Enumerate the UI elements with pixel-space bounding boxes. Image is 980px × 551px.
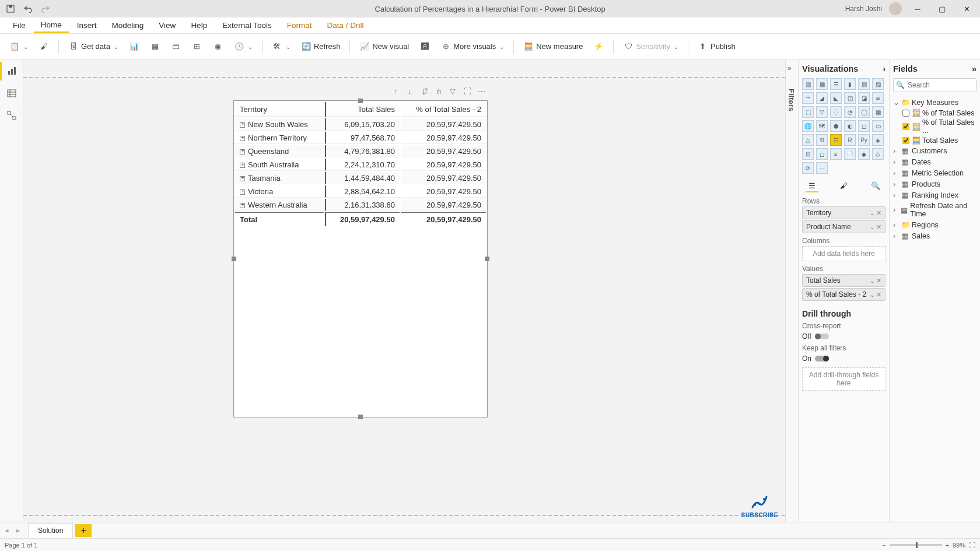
viz-filled-map-icon[interactable]: 🗺 bbox=[816, 120, 828, 132]
rows-field-product[interactable]: Product Name ✕ bbox=[802, 220, 886, 233]
viz-line-col-icon[interactable]: ◫ bbox=[844, 92, 856, 104]
text-box-button[interactable]: 🅰 bbox=[416, 39, 433, 54]
menu-home[interactable]: Home bbox=[34, 18, 69, 33]
zoom-in-icon[interactable]: + bbox=[946, 542, 949, 549]
save-icon[interactable] bbox=[5, 3, 16, 15]
viz-card-icon[interactable]: ◻ bbox=[858, 120, 870, 132]
viz-100-bar-icon[interactable]: ▤ bbox=[858, 78, 870, 90]
remove-field-icon[interactable]: ✕ bbox=[876, 277, 881, 284]
close-button[interactable]: ✕ bbox=[958, 3, 975, 15]
viz-map-icon[interactable]: 🌐 bbox=[802, 120, 814, 132]
viz-gauge-icon[interactable]: ◐ bbox=[844, 120, 856, 132]
col-header-territory[interactable]: Territory bbox=[235, 102, 324, 117]
field-total-sales[interactable]: 🧮Total Sales bbox=[893, 135, 977, 145]
field-pct-total-sales-2[interactable]: 🧮% of Total Sales ... bbox=[893, 118, 977, 135]
menu-file[interactable]: File bbox=[6, 19, 33, 32]
sql-source-icon[interactable]: 🗃 bbox=[167, 39, 185, 54]
viz-py-icon[interactable]: Py bbox=[858, 134, 870, 146]
publish-button[interactable]: ⬆Publish bbox=[694, 39, 739, 54]
fit-page-icon[interactable]: ⛶ bbox=[969, 542, 975, 549]
table-key-measures[interactable]: ⌄📁Key Measures bbox=[893, 97, 977, 108]
model-view-icon[interactable] bbox=[6, 110, 18, 121]
data-view-icon[interactable] bbox=[6, 87, 18, 99]
viz-key-influencer-icon[interactable]: ◈ bbox=[872, 134, 884, 146]
table-row[interactable]: Queensland4,79,76,381.8020,59,97,429.50 bbox=[235, 145, 486, 157]
menu-view[interactable]: View bbox=[152, 19, 183, 32]
viz-arcgis-icon[interactable]: ◆ bbox=[858, 148, 870, 160]
viz-100-col-icon[interactable]: ▧ bbox=[872, 78, 884, 90]
table-ranking-index[interactable]: ›▦Ranking Index bbox=[893, 189, 977, 201]
page-prev-icon[interactable]: ◂ bbox=[5, 526, 14, 535]
viz-multi-card-icon[interactable]: ▭ bbox=[872, 120, 884, 132]
viz-r-icon[interactable]: R bbox=[844, 134, 856, 146]
viz-powerapps-icon[interactable]: ◇ bbox=[872, 148, 884, 160]
viz-waterfall-icon[interactable]: ⬚ bbox=[802, 106, 814, 118]
table-metric-selection[interactable]: ›▦Metric Selection bbox=[893, 167, 977, 178]
viz-paginated-icon[interactable]: 📄 bbox=[844, 148, 856, 160]
table-row[interactable]: Victoria2,88,54,642.1020,59,97,429.50 bbox=[235, 185, 486, 198]
excel-source-icon[interactable]: 📊 bbox=[125, 39, 143, 54]
canvas[interactable]: ↑ ↓ ⇵ ⋔ ▽ ⛶ ⋯ Territory Total Sale bbox=[23, 59, 785, 522]
viz-stacked-area-icon[interactable]: ◣ bbox=[830, 92, 842, 104]
table-row[interactable]: New South Wales6,09,15,703.2020,59,97,42… bbox=[235, 118, 486, 131]
report-view-icon[interactable] bbox=[6, 65, 18, 77]
fields-collapse-icon[interactable]: » bbox=[972, 64, 977, 73]
menu-external-tools[interactable]: External Tools bbox=[215, 19, 279, 32]
expand-icon[interactable] bbox=[240, 149, 245, 155]
get-data-button[interactable]: 🗄Get data bbox=[65, 39, 122, 54]
focus-mode-icon[interactable]: ⛶ bbox=[464, 87, 473, 96]
refresh-button[interactable]: 🔄Refresh bbox=[298, 39, 344, 54]
transform-data-button[interactable]: 🛠 bbox=[268, 39, 294, 54]
filters-pane[interactable]: » Filters bbox=[785, 59, 798, 522]
expand-icon[interactable] bbox=[240, 136, 245, 141]
filter-icon[interactable]: ▽ bbox=[450, 87, 459, 96]
viz-scatter-icon[interactable]: ⁛ bbox=[830, 106, 842, 118]
analytics-tab-icon[interactable]: 🔍 bbox=[869, 180, 882, 192]
viz-shape-map-icon[interactable]: ⬢ bbox=[830, 120, 842, 132]
more-options-icon[interactable]: ⋯ bbox=[478, 87, 487, 96]
table-row[interactable]: Northern Territory97,47,568.7020,59,97,4… bbox=[235, 132, 486, 144]
viz-stacked-bar-icon[interactable]: ▥ bbox=[802, 78, 814, 90]
col-header-totalsales[interactable]: Total Sales bbox=[325, 102, 400, 117]
viz-table-icon[interactable]: ☷ bbox=[830, 134, 842, 146]
user-name[interactable]: Harsh Joshi bbox=[845, 5, 882, 13]
viz-automate-icon[interactable]: ⟳ bbox=[802, 162, 814, 174]
values-field-totalsales[interactable]: Total Sales ✕ bbox=[802, 274, 886, 287]
viz-donut-icon[interactable]: ◯ bbox=[858, 106, 870, 118]
viz-get-more-icon[interactable]: ⋯ bbox=[816, 162, 828, 174]
dataverse-icon[interactable]: ◉ bbox=[209, 39, 227, 54]
maximize-button[interactable]: ▢ bbox=[933, 3, 951, 15]
redo-icon[interactable] bbox=[40, 3, 51, 15]
menu-help[interactable]: Help bbox=[184, 19, 214, 32]
viz-decomp-icon[interactable]: ⊟ bbox=[802, 148, 814, 160]
format-painter-button[interactable]: 🖌 bbox=[35, 39, 52, 54]
table-products[interactable]: ›▦Products bbox=[893, 178, 977, 189]
menu-data-drill[interactable]: Data / Drill bbox=[320, 19, 370, 32]
more-visuals-button[interactable]: ⊕More visuals bbox=[437, 39, 508, 54]
fields-search-input[interactable] bbox=[893, 78, 977, 92]
expand-all-icon[interactable]: ⇵ bbox=[422, 87, 431, 96]
viz-treemap-icon[interactable]: ▦ bbox=[872, 106, 884, 118]
viz-narrative-icon[interactable]: ≡ bbox=[830, 148, 842, 160]
rows-field-territory[interactable]: Territory ✕ bbox=[802, 206, 886, 219]
pbi-dataset-icon[interactable]: ▦ bbox=[146, 39, 164, 54]
enter-data-icon[interactable]: ⊞ bbox=[188, 39, 206, 54]
new-measure-button[interactable]: 🧮New measure bbox=[520, 39, 586, 54]
viz-qa-icon[interactable]: ◻ bbox=[816, 148, 828, 160]
field-pct-total-sales[interactable]: 🧮% of Total Sales bbox=[893, 108, 977, 118]
recent-sources-icon[interactable]: 🕓 bbox=[230, 39, 256, 54]
table-customers[interactable]: ›▦Customers bbox=[893, 145, 977, 156]
minimize-button[interactable]: ─ bbox=[909, 3, 926, 15]
columns-drop-area[interactable]: Add data fields here bbox=[802, 246, 886, 261]
viz-ribbon-icon[interactable]: ≋ bbox=[872, 92, 884, 104]
viz-collapse-icon[interactable]: › bbox=[883, 64, 886, 73]
matrix-visual[interactable]: ↑ ↓ ⇵ ⋔ ▽ ⛶ ⋯ Territory Total Sale bbox=[233, 100, 488, 417]
zoom-slider[interactable] bbox=[890, 544, 942, 546]
viz-clustered-bar-icon[interactable]: ☰ bbox=[830, 78, 842, 90]
viz-slicer-icon[interactable]: ⧉ bbox=[816, 134, 828, 146]
quick-measure-button[interactable]: ⚡ bbox=[590, 39, 607, 54]
viz-clustered-col-icon[interactable]: ▮ bbox=[844, 78, 856, 90]
expand-icon[interactable] bbox=[240, 176, 245, 181]
page-next-icon[interactable]: ▸ bbox=[16, 526, 26, 535]
paste-button[interactable]: 📋 bbox=[6, 39, 32, 54]
